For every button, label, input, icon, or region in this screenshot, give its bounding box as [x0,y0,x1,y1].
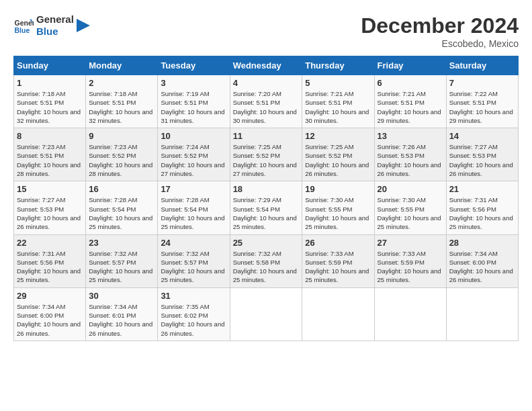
day-info: Sunrise: 7:28 AMSunset: 5:54 PMDaylight:… [161,195,226,231]
day-number: 28 [449,238,515,248]
day-info: Sunrise: 7:31 AMSunset: 5:56 PMDaylight:… [449,195,515,231]
week-row-4: 22Sunrise: 7:31 AMSunset: 5:56 PMDayligh… [14,234,519,287]
day-cell: 26Sunrise: 7:33 AMSunset: 5:59 PMDayligh… [302,234,374,287]
day-cell: 13Sunrise: 7:26 AMSunset: 5:53 PMDayligh… [374,128,446,181]
day-number: 8 [17,131,83,141]
header-monday: Monday [86,56,158,75]
day-number: 22 [17,238,83,248]
calendar-header-row: SundayMondayTuesdayWednesdayThursdayFrid… [14,56,519,75]
day-cell [230,287,302,340]
day-info: Sunrise: 7:20 AMSunset: 5:51 PMDaylight:… [233,89,300,125]
day-info: Sunrise: 7:32 AMSunset: 5:57 PMDaylight:… [161,249,226,285]
day-cell: 29Sunrise: 7:34 AMSunset: 6:00 PMDayligh… [14,287,86,340]
day-cell: 15Sunrise: 7:27 AMSunset: 5:53 PMDayligh… [14,181,86,234]
day-cell: 9Sunrise: 7:23 AMSunset: 5:52 PMDaylight… [86,128,158,181]
day-info: Sunrise: 7:32 AMSunset: 5:58 PMDaylight:… [233,249,300,285]
day-number: 6 [378,78,443,88]
day-cell: 3Sunrise: 7:19 AMSunset: 5:51 PMDaylight… [158,75,230,128]
day-info: Sunrise: 7:22 AMSunset: 5:51 PMDaylight:… [449,89,515,125]
logo: General Blue General Blue [13,13,90,38]
day-info: Sunrise: 7:21 AMSunset: 5:51 PMDaylight:… [378,89,443,125]
logo-arrow-icon [77,19,90,32]
day-info: Sunrise: 7:19 AMSunset: 5:51 PMDaylight:… [161,89,226,125]
day-number: 20 [378,184,443,194]
day-number: 5 [305,78,371,88]
header-wednesday: Wednesday [230,56,302,75]
day-number: 26 [305,238,371,248]
day-cell: 28Sunrise: 7:34 AMSunset: 6:00 PMDayligh… [446,234,518,287]
day-cell: 27Sunrise: 7:33 AMSunset: 5:59 PMDayligh… [374,234,446,287]
day-number: 11 [233,131,300,141]
logo-line2: Blue [36,26,74,38]
day-number: 21 [449,184,515,194]
day-info: Sunrise: 7:26 AMSunset: 5:53 PMDaylight:… [378,142,443,178]
day-cell [302,287,374,340]
day-cell: 8Sunrise: 7:23 AMSunset: 5:51 PMDaylight… [14,128,86,181]
header-saturday: Saturday [446,56,518,75]
day-info: Sunrise: 7:30 AMSunset: 5:55 PMDaylight:… [305,195,371,231]
calendar-body: 1Sunrise: 7:18 AMSunset: 5:51 PMDaylight… [14,75,519,341]
day-info: Sunrise: 7:24 AMSunset: 5:52 PMDaylight:… [161,142,226,178]
day-cell: 24Sunrise: 7:32 AMSunset: 5:57 PMDayligh… [158,234,230,287]
header: General Blue General Blue December 2024 … [13,13,519,49]
day-info: Sunrise: 7:35 AMSunset: 6:02 PMDaylight:… [161,302,226,338]
day-info: Sunrise: 7:23 AMSunset: 5:52 PMDaylight:… [89,142,154,178]
week-row-2: 8Sunrise: 7:23 AMSunset: 5:51 PMDaylight… [14,128,519,181]
day-number: 24 [161,238,226,248]
day-info: Sunrise: 7:32 AMSunset: 5:57 PMDaylight:… [89,249,154,285]
day-cell: 4Sunrise: 7:20 AMSunset: 5:51 PMDaylight… [230,75,302,128]
day-number: 1 [17,78,83,88]
week-row-3: 15Sunrise: 7:27 AMSunset: 5:53 PMDayligh… [14,181,519,234]
day-number: 23 [89,238,154,248]
svg-marker-3 [77,19,90,32]
day-cell: 2Sunrise: 7:18 AMSunset: 5:51 PMDaylight… [86,75,158,128]
day-number: 29 [17,291,83,301]
day-number: 17 [161,184,226,194]
day-number: 25 [233,238,300,248]
logo-line1: General [36,13,74,26]
day-cell [446,287,518,340]
calendar-title: December 2024 [361,13,519,38]
header-tuesday: Tuesday [158,56,230,75]
day-info: Sunrise: 7:34 AMSunset: 6:00 PMDaylight:… [17,302,83,338]
day-cell: 19Sunrise: 7:30 AMSunset: 5:55 PMDayligh… [302,181,374,234]
day-cell: 1Sunrise: 7:18 AMSunset: 5:51 PMDaylight… [14,75,86,128]
day-cell: 16Sunrise: 7:28 AMSunset: 5:54 PMDayligh… [86,181,158,234]
day-info: Sunrise: 7:27 AMSunset: 5:53 PMDaylight:… [17,195,83,231]
day-cell: 30Sunrise: 7:34 AMSunset: 6:01 PMDayligh… [86,287,158,340]
day-info: Sunrise: 7:21 AMSunset: 5:51 PMDaylight:… [305,89,371,125]
week-row-5: 29Sunrise: 7:34 AMSunset: 6:00 PMDayligh… [14,287,519,340]
day-number: 3 [161,78,226,88]
calendar-table: SundayMondayTuesdayWednesdayThursdayFrid… [13,56,519,341]
week-row-1: 1Sunrise: 7:18 AMSunset: 5:51 PMDaylight… [14,75,519,128]
day-info: Sunrise: 7:31 AMSunset: 5:56 PMDaylight:… [17,249,83,285]
day-number: 19 [305,184,371,194]
day-info: Sunrise: 7:25 AMSunset: 5:52 PMDaylight:… [233,142,300,178]
day-number: 10 [161,131,226,141]
day-cell: 5Sunrise: 7:21 AMSunset: 5:51 PMDaylight… [302,75,374,128]
day-info: Sunrise: 7:27 AMSunset: 5:53 PMDaylight:… [449,142,515,178]
day-number: 16 [89,184,154,194]
day-cell: 7Sunrise: 7:22 AMSunset: 5:51 PMDaylight… [446,75,518,128]
day-info: Sunrise: 7:30 AMSunset: 5:55 PMDaylight:… [378,195,443,231]
day-cell: 18Sunrise: 7:29 AMSunset: 5:54 PMDayligh… [230,181,302,234]
header-sunday: Sunday [14,56,86,75]
day-cell: 22Sunrise: 7:31 AMSunset: 5:56 PMDayligh… [14,234,86,287]
svg-text:Blue: Blue [15,26,30,34]
day-info: Sunrise: 7:34 AMSunset: 6:01 PMDaylight:… [89,302,154,338]
day-number: 4 [233,78,300,88]
logo-icon: General Blue [13,15,34,36]
day-number: 2 [89,78,154,88]
day-info: Sunrise: 7:29 AMSunset: 5:54 PMDaylight:… [233,195,300,231]
day-cell: 23Sunrise: 7:32 AMSunset: 5:57 PMDayligh… [86,234,158,287]
day-cell: 6Sunrise: 7:21 AMSunset: 5:51 PMDaylight… [374,75,446,128]
header-friday: Friday [374,56,446,75]
day-cell [374,287,446,340]
day-number: 7 [449,78,515,88]
day-cell: 21Sunrise: 7:31 AMSunset: 5:56 PMDayligh… [446,181,518,234]
day-info: Sunrise: 7:28 AMSunset: 5:54 PMDaylight:… [89,195,154,231]
header-thursday: Thursday [302,56,374,75]
day-info: Sunrise: 7:18 AMSunset: 5:51 PMDaylight:… [89,89,154,125]
day-number: 30 [89,291,154,301]
day-cell: 17Sunrise: 7:28 AMSunset: 5:54 PMDayligh… [158,181,230,234]
